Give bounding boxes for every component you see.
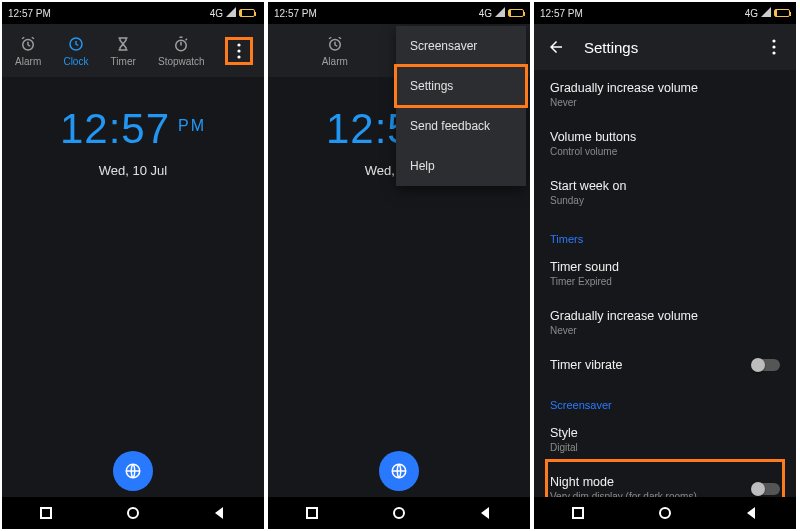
nav-bar <box>2 497 264 529</box>
alarm-icon <box>19 35 37 53</box>
menu-screensaver[interactable]: Screensaver <box>396 26 526 66</box>
time-ampm: PM <box>178 117 206 134</box>
tab-stopwatch-label: Stopwatch <box>158 56 205 67</box>
row-sub: Control volume <box>550 146 780 157</box>
row-title: Style <box>550 426 780 440</box>
settings-more-button[interactable] <box>762 35 786 59</box>
back-arrow-icon <box>547 38 565 56</box>
phone-1: 12:57 PM 4G 15 Alarm Clock Timer Stopwat… <box>2 2 264 529</box>
svg-rect-12 <box>307 508 317 518</box>
row-timer-vibrate[interactable]: Timer vibrate <box>550 347 780 383</box>
alarm-icon <box>326 35 344 53</box>
nav-back[interactable] <box>212 505 228 521</box>
row-timer-grad[interactable]: Gradually increase volume Never <box>550 298 780 347</box>
nav-home[interactable] <box>391 505 407 521</box>
row-grad-volume[interactable]: Gradually increase volume Never <box>550 70 780 119</box>
status-time: 12:57 PM <box>540 8 583 19</box>
nav-bar <box>268 497 530 529</box>
row-title: Gradually increase volume <box>550 309 780 323</box>
more-vert-icon <box>237 43 241 59</box>
more-menu-button[interactable] <box>227 39 251 63</box>
nav-back[interactable] <box>744 505 760 521</box>
row-sub: Very dim display (for dark rooms) <box>550 491 780 497</box>
tab-timer-label: Timer <box>111 56 136 67</box>
svg-point-3 <box>237 43 240 46</box>
phone-2: 12:57 PM 4G Alarm Clock 12:57PM Wed, 10 … <box>268 2 530 529</box>
tab-alarm-label: Alarm <box>15 56 41 67</box>
row-title: Night mode <box>550 475 780 489</box>
nav-home[interactable] <box>657 505 673 521</box>
row-title: Timer vibrate <box>550 358 780 372</box>
status-bar: 12:57 PM 4G 15 <box>2 2 264 24</box>
tab-clock[interactable]: Clock <box>63 35 88 67</box>
status-bar: 12:57 PM 4G <box>534 2 796 24</box>
svg-point-15 <box>772 45 775 48</box>
net-label: 4G <box>745 8 758 19</box>
toggle-night-mode[interactable] <box>752 483 780 495</box>
fab-world-clock[interactable] <box>379 451 419 491</box>
tab-alarm-label: Alarm <box>322 56 348 67</box>
more-vert-icon <box>772 39 776 55</box>
tab-stopwatch[interactable]: Stopwatch <box>158 35 205 67</box>
clock-tabs: Alarm Clock Timer Stopwatch <box>2 24 264 77</box>
timer-icon <box>114 35 132 53</box>
back-button[interactable] <box>544 35 568 59</box>
svg-point-8 <box>128 508 138 518</box>
menu-settings[interactable]: Settings <box>396 66 526 106</box>
row-start-week[interactable]: Start week on Sunday <box>550 168 780 217</box>
toggle-timer-vibrate[interactable] <box>752 359 780 371</box>
nav-recents[interactable] <box>304 505 320 521</box>
tab-alarm[interactable]: Alarm <box>15 35 41 67</box>
row-title: Start week on <box>550 179 780 193</box>
tab-clock-label: Clock <box>63 56 88 67</box>
row-sub: Sunday <box>550 195 780 206</box>
stopwatch-icon <box>172 35 190 53</box>
row-title: Gradually increase volume <box>550 81 780 95</box>
menu-help[interactable]: Help <box>396 146 526 186</box>
row-night-mode[interactable]: Night mode Very dim display (for dark ro… <box>550 464 780 497</box>
clock-face: 12:57PM Wed, 10 Jul <box>2 77 264 497</box>
signal-icon <box>761 7 771 19</box>
status-bar: 12:57 PM 4G <box>268 2 530 24</box>
nav-recents[interactable] <box>38 505 54 521</box>
status-time: 12:57 PM <box>274 8 317 19</box>
globe-icon <box>390 462 408 480</box>
status-time: 12:57 PM <box>8 8 51 19</box>
clock-date: Wed, 10 Jul <box>99 163 167 178</box>
row-volume-buttons[interactable]: Volume buttons Control volume <box>550 119 780 168</box>
nav-home[interactable] <box>125 505 141 521</box>
svg-point-14 <box>772 39 775 42</box>
clock-icon <box>67 35 85 53</box>
status-right: 4G <box>479 7 524 19</box>
signal-icon <box>226 7 236 19</box>
tab-timer[interactable]: Timer <box>111 35 136 67</box>
row-sub: Never <box>550 325 780 336</box>
row-title: Timer sound <box>550 260 780 274</box>
svg-point-4 <box>237 49 240 52</box>
row-sub: Timer Expired <box>550 276 780 287</box>
phone-3: 12:57 PM 4G Settings Gradually increase … <box>534 2 796 529</box>
signal-icon <box>495 7 505 19</box>
row-sub: Never <box>550 97 780 108</box>
nav-bar <box>534 497 796 529</box>
nav-back[interactable] <box>478 505 494 521</box>
section-screensaver: Screensaver <box>550 383 780 415</box>
svg-point-5 <box>237 55 240 58</box>
battery-icon <box>508 9 524 17</box>
status-right: 4G 15 <box>210 7 258 19</box>
settings-title: Settings <box>584 39 638 56</box>
menu-feedback[interactable]: Send feedback <box>396 106 526 146</box>
nav-recents[interactable] <box>570 505 586 521</box>
svg-rect-17 <box>573 508 583 518</box>
tab-alarm[interactable]: Alarm <box>322 35 348 67</box>
settings-header: Settings <box>534 24 796 70</box>
fab-world-clock[interactable] <box>113 451 153 491</box>
net-label: 4G <box>210 8 223 19</box>
svg-point-18 <box>660 508 670 518</box>
row-timer-sound[interactable]: Timer sound Timer Expired <box>550 249 780 298</box>
row-style[interactable]: Style Digital <box>550 415 780 464</box>
settings-list[interactable]: Gradually increase volume Never Volume b… <box>534 70 796 497</box>
clock-time: 12:57PM <box>60 105 206 153</box>
row-sub: Digital <box>550 442 780 453</box>
svg-point-16 <box>772 51 775 54</box>
